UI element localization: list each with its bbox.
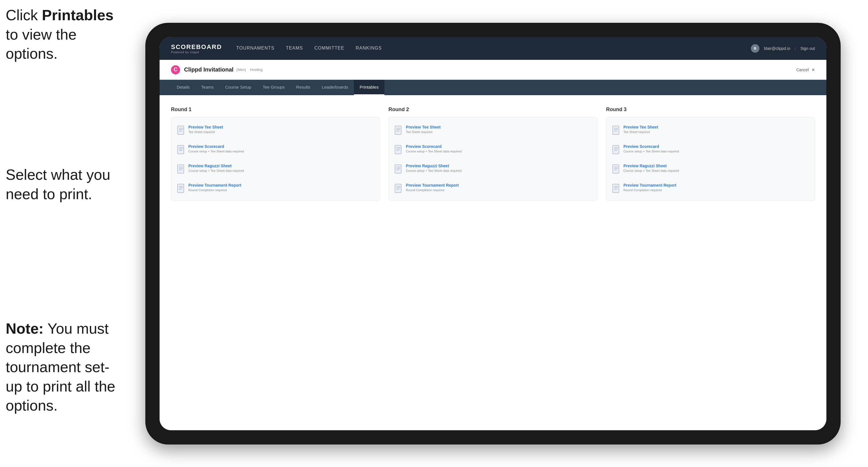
document-icon-2 bbox=[177, 145, 185, 154]
sub-header: C Clippd Invitational (Men) Hosting Canc… bbox=[160, 60, 827, 80]
tab-course-setup[interactable]: Course Setup bbox=[219, 80, 257, 95]
annotation-top-prefix: Click bbox=[6, 7, 42, 23]
round-3-scorecard-title: Preview Scorecard bbox=[623, 144, 679, 149]
document-icon-6 bbox=[394, 145, 402, 154]
tab-bar: Details Teams Course Setup Tee Groups Re… bbox=[160, 80, 827, 95]
tab-details[interactable]: Details bbox=[171, 80, 195, 95]
document-icon-12 bbox=[612, 184, 620, 193]
svg-rect-8 bbox=[178, 145, 184, 154]
round-2-scorecard-title: Preview Scorecard bbox=[406, 144, 461, 149]
round-2-tournament-report[interactable]: Preview Tournament Report Round Completi… bbox=[394, 181, 591, 195]
cancel-button[interactable]: Cancel ✕ bbox=[796, 67, 815, 72]
document-icon-7 bbox=[394, 164, 402, 174]
nav-rankings[interactable]: RANKINGS bbox=[355, 44, 382, 53]
user-email: blair@clippd.io bbox=[764, 46, 790, 51]
round-2-scorecard[interactable]: Preview Scorecard Course setup + Tee She… bbox=[394, 143, 591, 156]
round-3-column: Round 3 Preview Tee Sheet Tee Sheet requ… bbox=[606, 106, 815, 201]
round-1-tee-sheet-text: Preview Tee Sheet Tee Sheet required bbox=[188, 125, 223, 134]
top-nav-links: TOURNAMENTS TEAMS COMMITTEE RANKINGS bbox=[236, 44, 751, 53]
round-3-tee-sheet-subtitle: Tee Sheet required bbox=[623, 130, 658, 134]
round-3-raguzzi[interactable]: Preview Raguzzi Sheet Course setup + Tee… bbox=[612, 162, 809, 176]
tournament-tag: (Men) bbox=[236, 67, 246, 72]
nav-tournaments[interactable]: TOURNAMENTS bbox=[236, 44, 274, 53]
nav-committee[interactable]: COMMITTEE bbox=[314, 44, 344, 53]
annotation-middle: Select what you need to print. bbox=[6, 165, 114, 204]
round-1-raguzzi-title: Preview Raguzzi Sheet bbox=[188, 163, 244, 168]
round-1-tee-sheet-subtitle: Tee Sheet required bbox=[188, 130, 223, 134]
main-content: Round 1 bbox=[160, 95, 827, 430]
round-1-scorecard-text: Preview Scorecard Course setup + Tee She… bbox=[188, 144, 244, 153]
top-nav-right: B blair@clippd.io | Sign out bbox=[751, 44, 815, 53]
round-2-raguzzi-subtitle: Course setup + Tee Sheet data required bbox=[406, 169, 461, 173]
round-1-tournament-report-text: Preview Tournament Report Round Completi… bbox=[188, 183, 241, 192]
svg-rect-24 bbox=[395, 145, 401, 154]
svg-rect-20 bbox=[395, 126, 401, 134]
round-2-title: Round 2 bbox=[389, 106, 597, 113]
tournament-logo-icon: C bbox=[171, 65, 180, 74]
round-1-title: Round 1 bbox=[171, 106, 380, 113]
round-3-tournament-report[interactable]: Preview Tournament Report Round Completi… bbox=[612, 181, 809, 195]
document-icon-10 bbox=[612, 145, 620, 154]
svg-rect-16 bbox=[178, 184, 184, 193]
tab-results[interactable]: Results bbox=[290, 80, 316, 95]
tablet: SCOREBOARD Powered by clippd TOURNAMENTS… bbox=[145, 23, 841, 444]
svg-rect-44 bbox=[613, 165, 619, 173]
tab-leaderboards[interactable]: Leaderboards bbox=[316, 80, 354, 95]
round-2-card: Preview Tee Sheet Tee Sheet required Pre… bbox=[389, 117, 597, 201]
round-3-scorecard-subtitle: Course setup + Tee Sheet data required bbox=[623, 150, 679, 153]
svg-rect-40 bbox=[613, 145, 619, 154]
svg-rect-32 bbox=[395, 184, 401, 193]
document-icon-8 bbox=[394, 184, 402, 193]
round-3-tournament-report-title: Preview Tournament Report bbox=[623, 183, 677, 187]
cancel-label: Cancel bbox=[796, 67, 809, 72]
round-2-tee-sheet[interactable]: Preview Tee Sheet Tee Sheet required bbox=[394, 123, 591, 137]
document-icon-11 bbox=[612, 164, 620, 174]
document-icon-9 bbox=[612, 125, 620, 135]
round-2-tee-sheet-title: Preview Tee Sheet bbox=[406, 125, 440, 129]
round-3-tee-sheet-title: Preview Tee Sheet bbox=[623, 125, 658, 129]
separator: | bbox=[795, 46, 796, 51]
scoreboard-logo: SCOREBOARD Powered by clippd bbox=[171, 43, 222, 54]
nav-teams[interactable]: TEAMS bbox=[286, 44, 303, 53]
round-2-tournament-report-title: Preview Tournament Report bbox=[406, 183, 459, 187]
round-3-scorecard[interactable]: Preview Scorecard Course setup + Tee She… bbox=[612, 143, 809, 156]
round-1-raguzzi[interactable]: Preview Raguzzi Sheet Course setup + Tee… bbox=[177, 162, 374, 176]
svg-rect-4 bbox=[178, 126, 184, 134]
tab-teams[interactable]: Teams bbox=[195, 80, 219, 95]
tab-tee-groups[interactable]: Tee Groups bbox=[257, 80, 291, 95]
svg-rect-36 bbox=[613, 126, 619, 134]
annotation-bottom: Note: You must complete the tournament s… bbox=[6, 319, 123, 415]
round-3-card: Preview Tee Sheet Tee Sheet required Pre… bbox=[606, 117, 815, 201]
round-2-column: Round 2 Preview Tee Sheet Tee Sheet requ… bbox=[389, 106, 597, 201]
round-2-tournament-report-subtitle: Round Completion required bbox=[406, 188, 459, 192]
annotation-top-suffix: to view the options. bbox=[6, 26, 76, 62]
tablet-screen: SCOREBOARD Powered by clippd TOURNAMENTS… bbox=[160, 37, 827, 430]
round-1-scorecard[interactable]: Preview Scorecard Course setup + Tee She… bbox=[177, 143, 374, 156]
round-1-scorecard-subtitle: Course setup + Tee Sheet data required bbox=[188, 150, 244, 153]
round-3-tee-sheet[interactable]: Preview Tee Sheet Tee Sheet required bbox=[612, 123, 809, 137]
round-2-raguzzi[interactable]: Preview Raguzzi Sheet Course setup + Tee… bbox=[394, 162, 591, 176]
round-1-tournament-report-subtitle: Round Completion required bbox=[188, 188, 241, 192]
round-1-tee-sheet[interactable]: Preview Tee Sheet Tee Sheet required bbox=[177, 123, 374, 137]
document-icon-5 bbox=[394, 125, 402, 135]
annotation-bottom-bold: Note: bbox=[6, 320, 43, 337]
round-1-tournament-report[interactable]: Preview Tournament Report Round Completi… bbox=[177, 181, 374, 195]
sign-out-link[interactable]: Sign out bbox=[801, 46, 815, 51]
logo-title: SCOREBOARD bbox=[171, 43, 222, 51]
round-2-raguzzi-title: Preview Raguzzi Sheet bbox=[406, 163, 461, 168]
round-1-raguzzi-text: Preview Raguzzi Sheet Course setup + Tee… bbox=[188, 163, 244, 173]
tournament-name: Clippd Invitational bbox=[184, 66, 234, 73]
cancel-icon: ✕ bbox=[812, 67, 815, 72]
annotation-top-bold: Printables bbox=[42, 7, 114, 23]
top-nav: SCOREBOARD Powered by clippd TOURNAMENTS… bbox=[160, 37, 827, 60]
document-icon-3 bbox=[177, 164, 185, 174]
user-avatar: B bbox=[751, 44, 760, 53]
round-1-tee-sheet-title: Preview Tee Sheet bbox=[188, 125, 223, 129]
svg-rect-28 bbox=[395, 165, 401, 173]
tab-printables[interactable]: Printables bbox=[354, 80, 384, 95]
svg-rect-12 bbox=[178, 165, 184, 173]
round-3-title: Round 3 bbox=[606, 106, 815, 113]
round-2-tee-sheet-subtitle: Tee Sheet required bbox=[406, 130, 440, 134]
round-2-scorecard-subtitle: Course setup + Tee Sheet data required bbox=[406, 150, 461, 153]
annotation-middle-text: Select what you need to print. bbox=[6, 166, 110, 202]
